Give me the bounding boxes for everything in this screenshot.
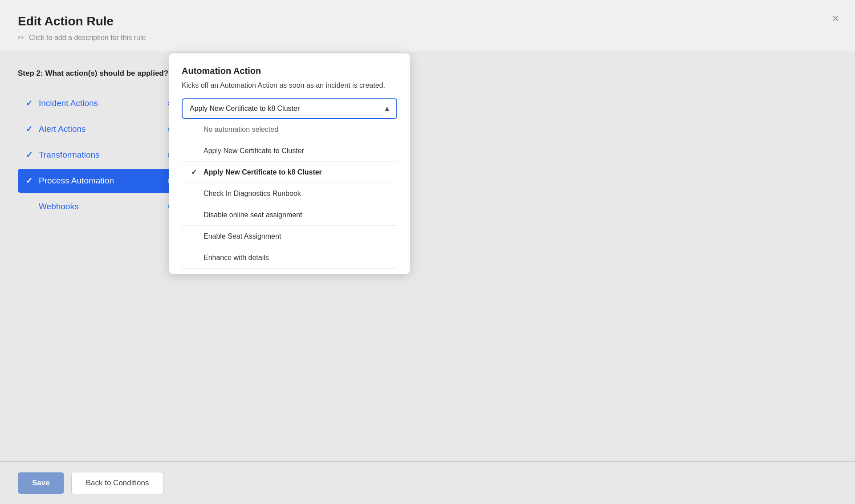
main-content: Step 2: What action(s) should be applied… [0, 52, 855, 467]
save-button[interactable]: Save [18, 472, 64, 494]
sidebar-item-process-automation[interactable]: ✓ Process Automation › [18, 169, 178, 193]
description-placeholder[interactable]: Click to add a description for this rule [29, 34, 146, 42]
dropdown-label-enable-seat: Enable Seat Assignment [204, 232, 281, 240]
dropdown-item-disable-seat[interactable]: ✓ Disable online seat assignment [182, 204, 397, 226]
automation-select-input[interactable]: Apply New Certificate to k8 Cluster [182, 98, 397, 119]
dropdown-label-no-automation: No automation selected [204, 126, 278, 134]
modal-container: × Edit Action Rule ✏ Click to add a desc… [0, 0, 855, 504]
sidebar-item-label-process: Process Automation [39, 176, 114, 186]
close-button[interactable]: × [832, 12, 839, 24]
pencil-icon: ✏ [18, 33, 24, 43]
check-icon-transformations: ✓ [26, 150, 33, 160]
dropdown-item-no-automation[interactable]: ✓ No automation selected [182, 119, 397, 140]
sidebar-item-incident-actions[interactable]: ✓ Incident Actions › [18, 91, 178, 115]
dropdown-label-enhance-details: Enhance with details [204, 254, 269, 262]
dropdown-item-check-diagnostics[interactable]: ✓ Check In Diagnostics Runbook [182, 183, 397, 204]
footer: Save Back to Conditions [0, 461, 855, 504]
panel-title: Automation Action [182, 66, 397, 76]
sidebar-item-label-webhooks: Webhooks [39, 202, 78, 211]
sidebar-item-label-transformations: Transformations [39, 150, 100, 160]
dropdown-label-disable-seat: Disable online seat assignment [204, 211, 302, 219]
dropdown-item-enhance-details[interactable]: ✓ Enhance with details [182, 247, 397, 268]
dropdown-list: ✓ No automation selected ✓ Apply New Cer… [182, 119, 397, 268]
dropdown-label-apply-cluster: Apply New Certificate to Cluster [204, 147, 304, 155]
dropdown-item-apply-cluster[interactable]: ✓ Apply New Certificate to Cluster [182, 140, 397, 162]
sidebar-item-transformations[interactable]: ✓ Transformations › [18, 143, 178, 167]
description-row: ✏ Click to add a description for this ru… [18, 33, 837, 43]
select-wrapper: Apply New Certificate to k8 Cluster ▲ [182, 98, 397, 119]
dropdown-label-apply-k8-cluster: Apply New Certificate to k8 Cluster [204, 168, 322, 176]
header-section: Edit Action Rule ✏ Click to add a descri… [0, 0, 855, 52]
check-icon-alert: ✓ [26, 124, 33, 134]
sidebar-item-label-alert: Alert Actions [39, 124, 86, 134]
left-panel: Step 2: What action(s) should be applied… [18, 68, 178, 451]
back-to-conditions-button[interactable]: Back to Conditions [71, 472, 164, 494]
dropdown-item-enable-seat[interactable]: ✓ Enable Seat Assignment [182, 226, 397, 247]
dropdown-item-apply-k8-cluster[interactable]: ✓ Apply New Certificate to k8 Cluster [182, 162, 397, 183]
step-label: Step 2: What action(s) should be applied… [18, 68, 178, 79]
check-apply-k8-cluster: ✓ [191, 168, 199, 176]
sidebar-item-label-incident: Incident Actions [39, 98, 98, 108]
panel-description: Kicks off an Automation Action as soon a… [182, 81, 397, 89]
page-title: Edit Action Rule [18, 14, 837, 28]
sidebar-item-alert-actions[interactable]: ✓ Alert Actions › [18, 117, 178, 141]
sidebar-item-webhooks[interactable]: ✓ Webhooks › [18, 195, 178, 219]
check-icon-process: ✓ [26, 176, 33, 186]
nav-list: ✓ Incident Actions › ✓ Alert Actions › [18, 91, 178, 220]
automation-action-panel: Automation Action Kicks off an Automatio… [169, 53, 410, 274]
check-icon-incident: ✓ [26, 98, 33, 108]
dropdown-label-check-diagnostics: Check In Diagnostics Runbook [204, 190, 301, 198]
